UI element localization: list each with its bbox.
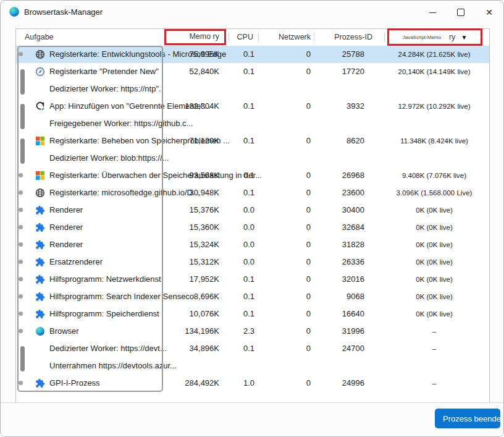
process-bullet xyxy=(19,190,23,195)
puzzle-icon xyxy=(35,205,45,215)
process-list: Registerkarte: Entwicklungstools - Micro… xyxy=(16,46,489,392)
process-bullet xyxy=(19,329,23,333)
cpu-value: 0.1 xyxy=(243,167,254,184)
process-bullet xyxy=(19,312,23,316)
network-value: 0 xyxy=(306,340,311,357)
network-value: 0 xyxy=(306,323,311,340)
task-name: Registerkarte: Überwachen der Speicherau… xyxy=(49,167,262,184)
process-bullet xyxy=(19,52,23,56)
sync-icon xyxy=(35,101,45,111)
cpu-value: 0.0 xyxy=(243,219,254,236)
pid-value: 25788 xyxy=(342,46,364,63)
task-row[interactable]: Registerkarte: Entwicklungstools - Micro… xyxy=(16,46,489,63)
task-row[interactable]: Hilfsprogramm: Netzwerkdienst17,952K0.10… xyxy=(16,271,489,288)
process-bullet xyxy=(19,277,23,281)
memory-value: 8,696K xyxy=(194,288,219,305)
memory-value: 93,568K xyxy=(190,167,219,184)
compass-icon xyxy=(35,67,45,77)
network-value: 0 xyxy=(306,305,311,323)
pid-value: 32684 xyxy=(342,219,364,236)
js-memory-value: 0K (0K live) xyxy=(382,253,487,271)
cpu-value: 0.0 xyxy=(243,236,254,253)
pid-value: 24996 xyxy=(342,375,364,392)
mslogo-icon xyxy=(35,136,45,146)
network-value: 0 xyxy=(306,98,311,115)
task-row[interactable]: Browser134,196K2.3031996– xyxy=(16,323,489,340)
browser-task-manager-window: Browsertask-Manager ✕ Aufgabe Memo ry CP… xyxy=(0,0,504,437)
task-row[interactable]: Dedizierter Worker: blob:https://... xyxy=(16,150,489,167)
minimize-button[interactable] xyxy=(422,4,443,21)
column-header-pid[interactable]: Prozess-ID xyxy=(334,29,372,45)
task-name: Hilfsprogramm: Speicherdienst xyxy=(49,305,159,323)
task-row[interactable]: Freigegebener Worker: https://github.c..… xyxy=(16,115,489,132)
pid-value: 3932 xyxy=(346,98,364,115)
process-bullet xyxy=(19,381,23,385)
column-header-js-memory-suffix[interactable]: ry xyxy=(449,33,455,41)
task-row[interactable]: Dedizierter Worker: https://devt...34,89… xyxy=(16,340,489,357)
task-row[interactable]: Renderer15,360K0.00326840K (0K live) xyxy=(16,219,489,236)
cpu-value: 0.0 xyxy=(243,253,254,271)
column-header-network[interactable]: Netzwerk xyxy=(279,29,311,45)
task-row[interactable]: Hilfsprogramm: Speicherdienst10,076K0.10… xyxy=(16,305,489,323)
task-row[interactable]: Renderer15,376K0.00304000K (0K live) xyxy=(16,202,489,219)
cpu-value: 0.0 xyxy=(243,202,254,219)
sort-descending-icon[interactable]: ▼ xyxy=(461,34,467,41)
task-row[interactable]: Registerkarte: Beheben von Speicherprobl… xyxy=(16,132,489,150)
task-row[interactable]: Unterrahmen https://devtools.azur... xyxy=(16,357,489,375)
task-name: Unterrahmen https://devtools.azur... xyxy=(49,357,177,375)
task-name: Renderer xyxy=(49,236,83,253)
js-memory-value: 0K (0K live) xyxy=(382,202,487,219)
task-name: Renderer xyxy=(49,219,83,236)
column-header-js-memory[interactable]: JavaScript-Memo xyxy=(403,35,441,40)
cpu-value: 2.3 xyxy=(243,323,254,340)
pid-value: 30400 xyxy=(342,202,364,219)
task-row[interactable]: GPI-I-Prozess284,492K1.0024996– xyxy=(16,375,489,392)
js-memory-value: 0K (0K live) xyxy=(382,288,487,305)
network-value: 0 xyxy=(306,63,311,80)
pid-value: 31828 xyxy=(342,236,364,253)
task-row[interactable]: Dedizierter Worker: https://ntp". xyxy=(16,80,489,98)
cpu-value: 0.1 xyxy=(243,288,254,305)
task-row[interactable]: Registerkarte: microsoftedge.github.io/D… xyxy=(16,184,489,202)
memory-value: 15,312K xyxy=(190,253,219,271)
close-button[interactable]: ✕ xyxy=(479,4,500,21)
task-row[interactable]: App: Hinzufügen von "Getrennte Elemente"… xyxy=(16,98,489,115)
js-memory-value: 24.284K (21.625K live) xyxy=(382,46,487,63)
task-row[interactable]: Registerkarte "Pretender New"52,840K0.10… xyxy=(16,63,489,80)
puzzle-icon xyxy=(35,309,45,319)
network-value: 0 xyxy=(306,271,311,288)
puzzle-icon xyxy=(35,257,45,267)
task-name: Browser xyxy=(49,323,79,340)
column-header-task[interactable]: Aufgabe xyxy=(25,29,54,45)
group-indicator-bar xyxy=(20,138,25,164)
task-row[interactable]: Renderer15,324K0.00318280K (0K live) xyxy=(16,236,489,253)
memory-value: 132,804K xyxy=(185,98,219,115)
column-header-cpu[interactable]: CPU xyxy=(237,29,253,45)
end-process-button[interactable]: Prozess beende xyxy=(435,409,500,428)
js-memory-value: – xyxy=(382,375,487,392)
network-value: 0 xyxy=(306,236,311,253)
edge-logo-icon xyxy=(9,6,20,17)
network-value: 0 xyxy=(306,219,311,236)
maximize-button[interactable] xyxy=(450,4,471,21)
memory-value: 15,324K xyxy=(190,236,219,253)
task-row[interactable]: Hilfsprogramm: Search Indexer Senseco8,6… xyxy=(16,288,489,305)
process-bullet xyxy=(19,294,23,299)
pid-value: 16640 xyxy=(342,305,364,323)
network-value: 0 xyxy=(306,46,311,63)
column-header-memory[interactable]: Memo ry xyxy=(189,32,219,41)
memory-value: 284,492K xyxy=(185,375,219,392)
pid-value: 32016 xyxy=(342,271,364,288)
js-memory-value: 12.972K (10.292K live) xyxy=(382,98,487,115)
pid-value: 31996 xyxy=(342,323,364,340)
network-value: 0 xyxy=(306,167,311,184)
memory-value: 34,896K xyxy=(190,340,219,357)
task-name: Hilfsprogramm: Search Indexer Senseco xyxy=(49,288,194,305)
pid-value: 26336 xyxy=(342,253,364,271)
annotation-box-js-memory: JavaScript-Memo ry ▼ xyxy=(387,28,482,46)
process-bullet xyxy=(19,225,23,229)
task-row[interactable]: Registerkarte: Überwachen der Speicherau… xyxy=(16,167,489,184)
header-divider xyxy=(384,33,385,41)
task-row[interactable]: Ersatzrenderer15,312K0.00263360K (0K liv… xyxy=(16,253,489,271)
maximize-icon xyxy=(457,9,464,16)
